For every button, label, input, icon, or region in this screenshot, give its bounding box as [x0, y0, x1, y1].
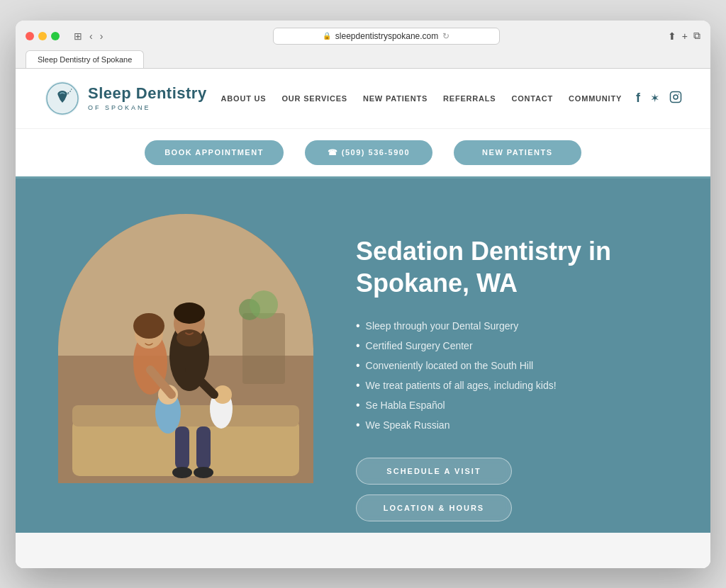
hero-bullet-list: Sleep through your Dental Surgery Certif…: [356, 316, 668, 435]
logo-subtitle: OF SPOKANE: [88, 104, 207, 111]
svg-point-7: [678, 94, 679, 95]
svg-rect-28: [175, 426, 189, 469]
bottom-section: [16, 533, 710, 568]
address-bar-container: 🔒 sleepdentistryspokane.com ↻: [111, 28, 660, 45]
new-patients-cta-button[interactable]: NEW PATIENTS: [454, 140, 581, 165]
website-content: z z z Sleep Dentistry OF SPOKANE ABOUT U…: [16, 69, 710, 568]
yelp-icon[interactable]: ✶: [650, 91, 659, 105]
share-button[interactable]: ⬆: [668, 30, 676, 42]
bullet-2: Certified Surgery Center: [356, 336, 668, 356]
svg-point-30: [172, 467, 192, 478]
social-icons: f ✶: [636, 91, 682, 106]
tabs-button[interactable]: ⧉: [693, 30, 700, 42]
hero-image-area: [58, 214, 313, 483]
address-bar[interactable]: 🔒 sleepdentistryspokane.com ↻: [273, 28, 500, 45]
logo-icon: z z z: [44, 80, 81, 117]
schedule-visit-button[interactable]: SCHEDULE A VISIT: [356, 458, 512, 485]
lock-icon: 🔒: [323, 32, 331, 40]
nav-our-services[interactable]: OUR SERVICES: [281, 94, 347, 103]
nav-community[interactable]: COMMUNITY: [569, 94, 622, 103]
main-nav: ABOUT US OUR SERVICES NEW PATIENTS REFER…: [221, 94, 622, 103]
nav-contact[interactable]: CONTACT: [512, 94, 554, 103]
svg-point-31: [194, 467, 213, 478]
browser-chrome: ⊞ ‹ › 🔒 sleepdentistryspokane.com ↻ ⬆ + …: [16, 21, 710, 69]
tab-grid-button[interactable]: ⊞: [72, 30, 84, 42]
reload-icon[interactable]: ↻: [442, 31, 449, 41]
forward-button[interactable]: ›: [99, 30, 105, 42]
close-button[interactable]: [26, 32, 34, 40]
browser-window: ⊞ ‹ › 🔒 sleepdentistryspokane.com ↻ ⬆ + …: [16, 21, 710, 568]
nav-about-us[interactable]: ABOUT US: [221, 94, 267, 103]
phone-button[interactable]: ☎ (509) 536-5900: [305, 140, 432, 165]
svg-point-17: [177, 329, 202, 346]
new-tab-button[interactable]: +: [682, 30, 688, 42]
instagram-icon[interactable]: [669, 91, 682, 106]
logo-name: Sleep Dentistry: [88, 85, 207, 102]
minimize-button[interactable]: [38, 32, 47, 40]
bullet-6: We Speak Russian: [356, 415, 668, 435]
browser-controls: ⊞ ‹ ›: [72, 30, 104, 42]
url-text: sleepdentistryspokane.com: [335, 31, 438, 41]
bullet-3: Conveniently located on the South Hill: [356, 356, 668, 375]
svg-point-6: [674, 95, 678, 99]
svg-rect-29: [196, 426, 211, 469]
bullet-5: Se Habla Español: [356, 395, 668, 415]
location-hours-button[interactable]: LOCATION & HOURS: [356, 494, 512, 521]
traffic-lights: [26, 32, 60, 40]
hero-title: Sedation Dentistry inSpokane, WA: [356, 235, 668, 299]
logo-text: Sleep Dentistry OF SPOKANE: [88, 85, 207, 111]
logo-area[interactable]: z z z Sleep Dentistry OF SPOKANE: [44, 80, 207, 117]
hero-content: Sedation Dentistry inSpokane, WA Sleep t…: [356, 214, 668, 521]
back-button[interactable]: ‹: [88, 30, 94, 42]
browser-tabs: Sleep Dentistry of Spokane: [26, 50, 700, 68]
hero-section: Sedation Dentistry inSpokane, WA Sleep t…: [16, 179, 710, 533]
nav-referrals[interactable]: REFERRALS: [443, 94, 496, 103]
svg-rect-5: [671, 92, 681, 103]
site-header: z z z Sleep Dentistry OF SPOKANE ABOUT U…: [16, 69, 710, 129]
hero-family-image: [58, 214, 313, 483]
nav-new-patients[interactable]: NEW PATIENTS: [363, 94, 428, 103]
svg-point-18: [174, 303, 205, 324]
book-appointment-button[interactable]: BOOK APPOINTMENT: [145, 140, 284, 165]
svg-rect-11: [72, 405, 299, 426]
bullet-1: Sleep through your Dental Surgery: [356, 316, 668, 336]
cta-bar: BOOK APPOINTMENT ☎ (509) 536-5900 NEW PA…: [16, 129, 710, 179]
bullet-4: We treat patients of all ages, including…: [356, 375, 668, 395]
browser-actions: ⬆ + ⧉: [668, 30, 700, 42]
maximize-button[interactable]: [51, 32, 60, 40]
svg-rect-12: [242, 313, 285, 384]
facebook-icon[interactable]: f: [636, 91, 640, 106]
active-tab[interactable]: Sleep Dentistry of Spokane: [26, 50, 144, 68]
svg-point-21: [133, 313, 164, 339]
hero-buttons: SCHEDULE A VISIT LOCATION & HOURS: [356, 458, 668, 521]
svg-point-14: [250, 290, 278, 319]
